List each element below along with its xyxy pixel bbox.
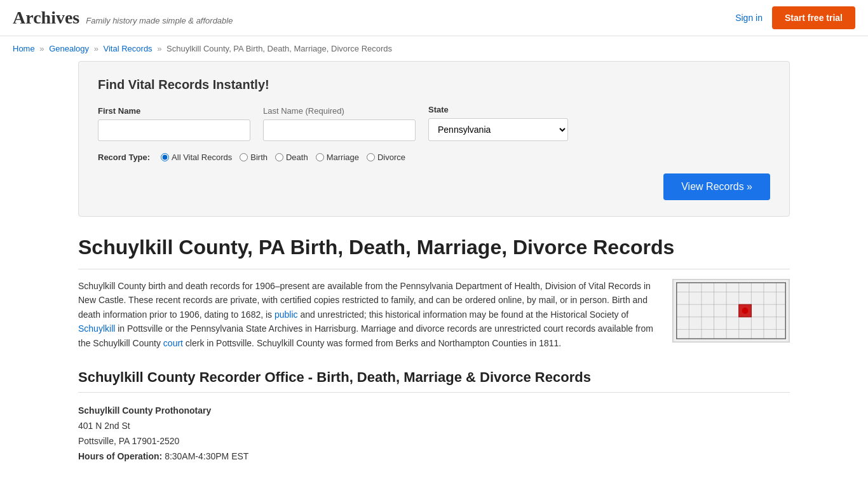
start-trial-button[interactable]: Start free trial	[772, 6, 855, 29]
office-hours-value: 8:30AM-4:30PM EST	[165, 451, 248, 461]
search-box: Find Vital Records Instantly! First Name…	[78, 61, 790, 217]
content-description: Schuylkill County birth and death record…	[78, 279, 653, 350]
record-type-label: Record Type:	[98, 152, 150, 162]
svg-point-15	[742, 308, 749, 314]
content-section: Schuylkill County birth and death record…	[78, 279, 790, 350]
radio-marriage[interactable]: Marriage	[316, 152, 359, 162]
search-title: Find Vital Records Instantly!	[98, 78, 770, 92]
radio-divorce[interactable]: Divorce	[367, 152, 405, 162]
breadcrumb-genealogy[interactable]: Genealogy	[49, 44, 89, 53]
pa-map	[672, 279, 790, 342]
radio-divorce-input[interactable]	[367, 153, 375, 161]
last-name-input[interactable]	[263, 119, 416, 141]
first-name-label: First Name	[98, 106, 250, 116]
radio-marriage-label: Marriage	[327, 152, 359, 162]
pa-map-container	[672, 279, 790, 350]
radio-death-input[interactable]	[275, 153, 283, 161]
schuylkill-link[interactable]: Schuylkill	[78, 323, 115, 334]
public-link[interactable]: public	[275, 309, 298, 320]
logo: Archives	[13, 8, 79, 28]
state-label: State	[428, 105, 568, 114]
state-select[interactable]: All United States AlabamaAlaskaArizona A…	[428, 118, 568, 141]
radio-divorce-label: Divorce	[377, 152, 405, 162]
radio-birth-label: Birth	[250, 152, 268, 162]
radio-all-vital-label: All Vital Records	[172, 152, 232, 162]
radio-death-label: Death	[286, 152, 308, 162]
radio-marriage-input[interactable]	[316, 153, 324, 161]
radio-death[interactable]: Death	[275, 152, 308, 162]
page-title: Schuylkill County, PA Birth, Death, Marr…	[78, 236, 790, 269]
logo-tagline: Family history made simple & affordable	[86, 16, 233, 25]
office-hours-label: Hours of Operation:	[78, 451, 162, 461]
radio-birth[interactable]: Birth	[240, 152, 268, 162]
court-link[interactable]: court	[163, 338, 183, 348]
header-right: Sign in Start free trial	[735, 6, 855, 29]
search-fields: First Name Last Name (Required) State Al…	[98, 105, 770, 141]
radio-birth-input[interactable]	[240, 153, 248, 161]
header: Archives Family history made simple & af…	[0, 0, 868, 36]
header-left: Archives Family history made simple & af…	[13, 8, 233, 28]
state-group: State All United States AlabamaAlaskaAri…	[428, 105, 568, 141]
office-info: Schuylkill County Prothonotary 401 N 2nd…	[78, 405, 790, 464]
breadcrumb: Home » Genealogy » Vital Records » Schuy…	[0, 36, 868, 61]
breadcrumb-home[interactable]: Home	[13, 44, 35, 53]
svg-rect-0	[674, 280, 789, 342]
recorder-section: Schuylkill County Recorder Office - Birt…	[78, 369, 790, 464]
last-name-label: Last Name (Required)	[263, 106, 416, 116]
breadcrumb-vital-records[interactable]: Vital Records	[104, 44, 153, 53]
radio-all-vital[interactable]: All Vital Records	[161, 152, 232, 162]
recorder-section-title: Schuylkill County Recorder Office - Birt…	[78, 369, 790, 393]
description-paragraph: Schuylkill County birth and death record…	[78, 279, 653, 350]
breadcrumb-current: Schuylkill County, PA Birth, Death, Marr…	[166, 44, 392, 53]
search-btn-row: View Records »	[98, 173, 770, 200]
first-name-group: First Name	[98, 106, 250, 141]
last-name-group: Last Name (Required)	[263, 106, 416, 141]
breadcrumb-sep-1: »	[39, 44, 44, 53]
office-name: Schuylkill County Prothonotary	[78, 405, 790, 416]
radio-all-vital-input[interactable]	[161, 153, 169, 161]
view-records-button[interactable]: View Records »	[663, 173, 770, 200]
record-type-row: Record Type: All Vital Records Birth Dea…	[98, 152, 770, 162]
office-hours: Hours of Operation: 8:30AM-4:30PM EST	[78, 449, 790, 464]
office-address2: Pottsville, PA 17901-2520	[78, 434, 790, 449]
office-address1: 401 N 2nd St	[78, 419, 790, 434]
main-content: Find Vital Records Instantly! First Name…	[65, 61, 803, 464]
breadcrumb-sep-3: »	[157, 44, 161, 53]
sign-in-link[interactable]: Sign in	[735, 13, 763, 23]
breadcrumb-sep-2: »	[94, 44, 98, 53]
first-name-input[interactable]	[98, 119, 250, 141]
